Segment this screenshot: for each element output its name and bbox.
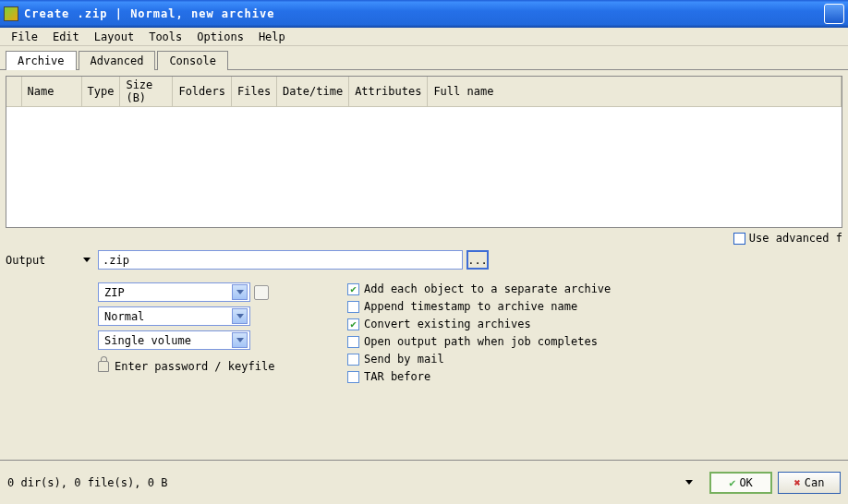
menu-file[interactable]: File bbox=[4, 29, 45, 45]
tab-advanced[interactable]: Advanced bbox=[79, 51, 156, 70]
lock-icon bbox=[98, 361, 109, 372]
opt-sendmail-row[interactable]: Send by mail bbox=[347, 353, 611, 366]
volume-combo[interactable]: Single volume bbox=[98, 330, 250, 350]
col-folders[interactable]: Folders bbox=[173, 77, 232, 107]
menu-help[interactable]: Help bbox=[251, 29, 293, 45]
password-row[interactable]: Enter password / keyfile bbox=[98, 360, 338, 373]
browse-button[interactable]: ... bbox=[466, 250, 489, 270]
chevron-down-icon bbox=[232, 332, 248, 348]
col-attributes[interactable]: Attributes bbox=[349, 77, 428, 107]
menu-bar: File Edit Layout Tools Options Help bbox=[0, 28, 848, 46]
status-bar: 0 dir(s), 0 file(s), 0 B ✔ OK ✖ Can bbox=[0, 460, 848, 504]
tabs: Archive Advanced Console bbox=[0, 46, 848, 70]
minimize-button[interactable] bbox=[824, 4, 844, 24]
menu-options[interactable]: Options bbox=[189, 29, 251, 45]
app-icon bbox=[4, 6, 18, 21]
browse-button-label: ... bbox=[467, 254, 488, 267]
output-label: Output bbox=[6, 254, 83, 267]
menu-edit[interactable]: Edit bbox=[45, 29, 87, 45]
opt-openpath-row[interactable]: Open output path when job completes bbox=[347, 335, 611, 348]
opt-separate-row[interactable]: Add each object to a separate archive bbox=[347, 282, 611, 295]
cancel-button-label: Can bbox=[805, 476, 825, 489]
col-icon[interactable] bbox=[6, 77, 21, 107]
status-dropdown-icon[interactable] bbox=[685, 480, 693, 485]
ok-button-label: OK bbox=[739, 476, 752, 489]
output-label-wrap[interactable]: Output bbox=[6, 254, 98, 267]
format-value: ZIP bbox=[104, 286, 232, 299]
level-value: Normal bbox=[104, 310, 232, 323]
opt-convert-row[interactable]: Convert existing archives bbox=[347, 318, 611, 330]
format-combo[interactable]: ZIP bbox=[98, 282, 250, 302]
opt-convert-checkbox[interactable] bbox=[347, 318, 359, 330]
password-hint: Enter password / keyfile bbox=[115, 360, 274, 373]
window-title: Create .zip | Normal, new archive bbox=[24, 7, 822, 20]
close-icon: ✖ bbox=[794, 476, 801, 489]
opt-openpath-checkbox[interactable] bbox=[347, 336, 359, 348]
chevron-down-icon bbox=[232, 308, 248, 324]
file-list[interactable]: Name Type Size (B) Folders Files Date/ti… bbox=[6, 76, 842, 228]
opt-sendmail-label: Send by mail bbox=[364, 353, 444, 366]
opt-openpath-label: Open output path when job completes bbox=[364, 335, 598, 348]
opt-timestamp-row[interactable]: Append timestamp to archive name bbox=[347, 300, 611, 313]
title-bar: Create .zip | Normal, new archive bbox=[0, 0, 848, 28]
opt-timestamp-checkbox[interactable] bbox=[347, 301, 359, 313]
advanced-filters-row: Use advanced f bbox=[6, 228, 842, 250]
format-options-icon[interactable] bbox=[254, 285, 269, 300]
status-text: 0 dir(s), 0 file(s), 0 B bbox=[7, 476, 685, 489]
output-section: Output ... ZIP Normal bbox=[6, 250, 842, 383]
tab-archive[interactable]: Archive bbox=[6, 51, 77, 70]
col-name[interactable]: Name bbox=[21, 77, 81, 107]
opt-sendmail-checkbox[interactable] bbox=[347, 354, 359, 366]
opt-tarbefore-label: TAR before bbox=[364, 370, 430, 383]
col-fullname[interactable]: Full name bbox=[428, 77, 842, 107]
col-size[interactable]: Size (B) bbox=[120, 77, 173, 107]
check-icon: ✔ bbox=[729, 476, 735, 489]
col-type[interactable]: Type bbox=[81, 77, 120, 107]
opt-convert-label: Convert existing archives bbox=[364, 318, 531, 330]
chevron-down-icon bbox=[232, 284, 248, 300]
tab-console[interactable]: Console bbox=[157, 51, 228, 70]
output-path-input[interactable] bbox=[98, 250, 463, 270]
opt-separate-label: Add each object to a separate archive bbox=[364, 282, 611, 295]
content-area: Name Type Size (B) Folders Files Date/ti… bbox=[0, 70, 848, 460]
ok-button[interactable]: ✔ OK bbox=[709, 472, 772, 494]
opt-tarbefore-row[interactable]: TAR before bbox=[347, 370, 611, 383]
use-advanced-filters-label: Use advanced f bbox=[749, 232, 842, 245]
use-advanced-filters-checkbox[interactable] bbox=[733, 233, 745, 245]
menu-layout[interactable]: Layout bbox=[87, 29, 141, 45]
opt-separate-checkbox[interactable] bbox=[347, 283, 359, 295]
output-dropdown-icon bbox=[83, 258, 91, 262]
cancel-button[interactable]: ✖ Can bbox=[778, 472, 841, 494]
col-datetime[interactable]: Date/time bbox=[277, 77, 349, 107]
opt-timestamp-label: Append timestamp to archive name bbox=[364, 300, 577, 313]
col-files[interactable]: Files bbox=[231, 77, 276, 107]
opt-tarbefore-checkbox[interactable] bbox=[347, 371, 359, 383]
menu-tools[interactable]: Tools bbox=[141, 29, 189, 45]
level-combo[interactable]: Normal bbox=[98, 306, 250, 326]
volume-value: Single volume bbox=[104, 334, 232, 347]
